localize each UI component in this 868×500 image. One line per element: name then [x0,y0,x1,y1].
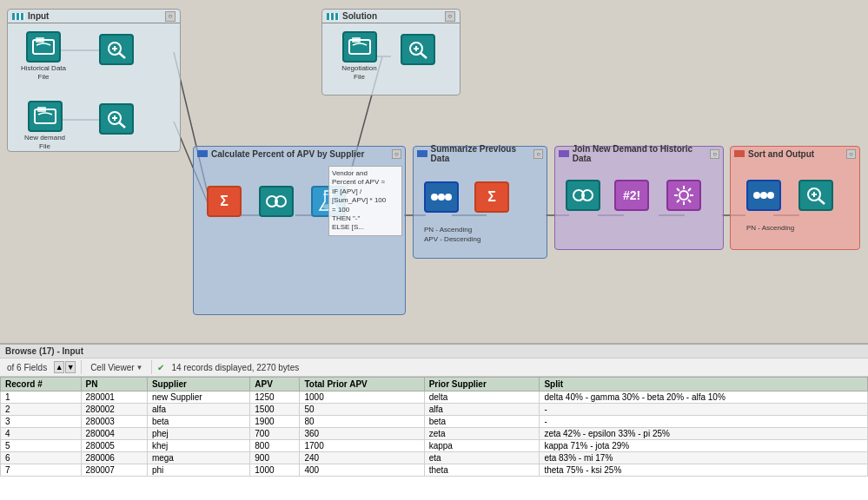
neg-browse-node[interactable] [401,34,435,65]
calc-sum-node[interactable]: Σ [207,186,242,217]
summarize-section-header: Summarize Previous Data ○ [414,147,547,161]
cell-record: 6 [1,452,82,464]
join-gear-node[interactable] [666,180,701,211]
cell-apv: 700 [250,428,300,440]
new-browse-icon [99,103,134,135]
svg-line-18 [119,53,125,58]
sort-up-btn[interactable]: ▲ [54,361,64,373]
summ-sum-node[interactable]: Σ [474,181,509,213]
record-count-item: of 6 Fields [3,361,50,374]
calc-join-node[interactable] [259,186,294,217]
cell-total-prior-apv: 50 [300,404,424,416]
cell-supplier: mega [147,452,249,464]
svg-point-38 [438,194,445,201]
cell-supplier: beta [147,416,249,428]
input-container-title: Input [28,11,49,21]
formula-box: Vendor andPercent of APV =IF [APV] /[Sum… [328,166,402,236]
svg-point-42 [679,191,688,200]
svg-rect-28 [352,37,361,43]
svg-rect-16 [36,37,44,43]
sort-section-title: Sort and Output [748,149,814,159]
table-row: 4280004phej700360zetazeta 42% - epsilon … [1,428,868,440]
sort-expand-btn[interactable]: ○ [846,149,856,159]
join-gear-icon [666,180,701,211]
cell-pn: 280006 [81,452,147,464]
sort-section-header: Sort and Output ○ [731,147,859,161]
data-table-scroll[interactable]: Record # PN Supplier APV Total Prior APV… [0,377,868,500]
solution-expand-btn[interactable]: ○ [445,11,455,22]
col-record[interactable]: Record # [1,378,82,391]
col-prior-supplier[interactable]: Prior Supplier [424,378,540,391]
cell-record: 7 [1,464,82,477]
cell-record: 3 [1,416,82,428]
join-section-header: Join New Demand to Historic Data ○ [555,147,723,161]
input-container: Input ○ Historical DataFile [7,9,181,152]
summ-annotation-text: PN - AscendingAPV - Descending [424,226,480,243]
cell-supplier: khej [147,440,249,452]
panel-title: Browse (17) - Input [5,346,83,356]
cell-viewer-label: Cell Viewer [90,363,134,372]
neg-input-label: Negotiation File [335,64,383,81]
svg-line-55 [818,199,825,204]
input-expand-btn[interactable]: ○ [165,11,176,22]
neg-input-node[interactable]: Negotiation File [335,31,383,81]
cell-split: kappa 71% - jota 29% [540,440,868,452]
join-section: Join New Demand to Historic Data ○ #2! [554,146,724,250]
status-check-icon: ✔ [157,363,164,372]
cell-total-prior-apv: 240 [300,452,424,464]
col-split[interactable]: Split [540,378,868,391]
col-pn[interactable]: PN [81,378,147,391]
svg-line-47 [677,188,679,191]
toolbar-sep2 [151,360,152,374]
panel-title-bar: Browse (17) - Input [0,345,868,359]
svg-point-37 [431,194,438,201]
hist-browse-node[interactable] [99,34,134,65]
cell-record: 5 [1,440,82,452]
new-browse-node[interactable] [99,103,134,135]
summarize-section: Summarize Previous Data ○ Σ PN - Ascendi… [413,146,547,259]
summ-dots-icon [424,181,459,213]
table-row: 3280003beta190080beta- [1,416,868,428]
col-supplier[interactable]: Supplier [147,378,249,391]
table-row: 1280001new Supplier12501000deltadelta 40… [1,391,868,404]
solution-container-title: Solution [342,11,377,21]
cell-supplier: phi [147,464,249,477]
cell-apv: 1900 [250,416,300,428]
cell-apv: 800 [250,440,300,452]
join-node[interactable] [566,180,600,211]
hist-browse-icon [99,34,134,65]
hist-input-node[interactable]: Historical DataFile [21,31,66,81]
join-num-icon: #2! [614,180,649,211]
calculate-expand-btn[interactable]: ○ [392,149,401,159]
cell-pn: 280002 [81,404,147,416]
svg-line-24 [119,122,125,128]
neg-input-icon [342,31,377,62]
new-input-icon [28,101,63,132]
cell-apv: 900 [250,452,300,464]
cell-total-prior-apv: 1000 [300,391,424,404]
cell-supplier: new Supplier [147,391,249,404]
sort-annotation: PN - Ascending [746,223,794,233]
col-total-prior-apv[interactable]: Total Prior APV [300,378,424,391]
sort-browse-node[interactable] [798,180,833,211]
svg-point-39 [445,194,452,201]
table-row: 7280007phi1000400thetatheta 75% - ksi 25… [1,464,868,477]
join-expand-btn[interactable]: ○ [710,149,719,159]
cell-prior-supplier: delta [424,391,540,404]
cell-prior-supplier: theta [424,464,540,477]
table-row: 6280006mega900240etaeta 83% - mi 17% [1,452,868,464]
solution-container-header: Solution ○ [322,10,460,23]
summ-dots-node[interactable] [424,181,459,213]
summarize-expand-btn[interactable]: ○ [533,149,543,159]
cell-split: eta 83% - mi 17% [540,452,868,464]
cell-total-prior-apv: 1700 [300,440,424,452]
sort-dots-node[interactable] [746,180,781,211]
join-num-node[interactable]: #2! [614,180,649,211]
new-input-node[interactable]: New demand File [21,101,69,150]
summarize-section-title: Summarize Previous Data [431,144,534,163]
cell-viewer-item[interactable]: Cell Viewer ▼ [87,361,146,374]
sort-down-btn[interactable]: ▼ [65,361,76,373]
calc-sum-icon: Σ [207,186,242,217]
col-apv[interactable]: APV [250,378,300,391]
svg-line-50 [677,200,679,202]
